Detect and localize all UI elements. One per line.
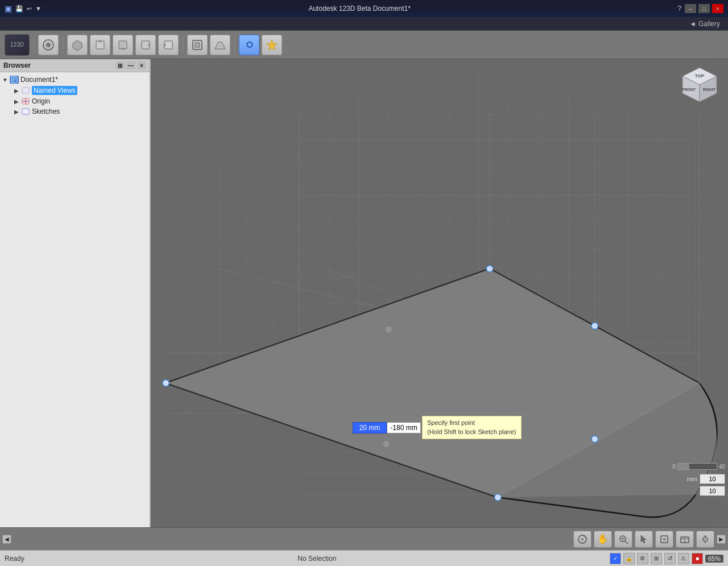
tree-named-views[interactable]: ▶ Named Views xyxy=(14,85,147,96)
tree-document-item[interactable]: ▼ Document1* xyxy=(2,75,147,85)
tree-origin[interactable]: ▶ Origin xyxy=(14,96,147,106)
origin-label: Origin xyxy=(32,97,50,105)
status-lock-btn[interactable]: 🔒 xyxy=(623,553,635,564)
svg-point-83 xyxy=(592,436,598,442)
unit-label: mm xyxy=(687,476,697,482)
scroll-left-btn[interactable]: ◄ xyxy=(2,535,11,544)
svg-line-100 xyxy=(625,541,628,544)
help-icon[interactable]: ? xyxy=(677,5,681,13)
named-views-arrow: ▶ xyxy=(14,88,19,93)
status-stop-btn[interactable]: ■ xyxy=(692,553,703,564)
left-view-btn[interactable] xyxy=(158,35,179,55)
snap-btn[interactable] xyxy=(655,531,673,548)
status-settings-btn[interactable]: ⚙ xyxy=(637,553,648,564)
front-view-btn[interactable] xyxy=(113,35,133,55)
doc-arrow: ▼ xyxy=(2,77,8,82)
svg-point-3 xyxy=(48,47,49,48)
ruler-label-0: 0 xyxy=(672,464,676,470)
tree-children: ▶ Named Views ▶ Origin xyxy=(14,85,147,117)
status-text: Ready xyxy=(5,555,24,563)
sketches-icon xyxy=(21,108,30,115)
scroll-right-btn[interactable]: ► xyxy=(717,535,726,544)
named-views-label: Named Views xyxy=(32,86,77,95)
close-btn[interactable]: × xyxy=(712,4,723,13)
perspective-btn[interactable] xyxy=(210,35,230,55)
zoom-btn[interactable] xyxy=(614,531,632,548)
selection-status: No Selection xyxy=(297,555,336,563)
doc-icon xyxy=(10,76,19,84)
bottom-toolbar: ◄ ✋ ► xyxy=(0,527,728,550)
view-options-btn[interactable] xyxy=(696,531,714,548)
2d-mode-btn[interactable]: ⬡ xyxy=(239,35,259,55)
browser-tree: ▼ Document1* ▶ Named Vie xyxy=(0,72,150,120)
pan-btn[interactable]: ✋ xyxy=(594,531,612,548)
svg-marker-18 xyxy=(267,40,277,50)
value2-row xyxy=(700,486,725,496)
select-btn[interactable] xyxy=(635,531,653,548)
svg-rect-13 xyxy=(164,41,172,49)
svg-text:⊕: ⊕ xyxy=(385,324,392,334)
svg-point-85 xyxy=(163,380,169,386)
browser-tile-icon[interactable]: ⊞ xyxy=(115,61,125,69)
undo-btn[interactable]: ↩ xyxy=(27,5,32,13)
orbit-btn[interactable] xyxy=(573,531,592,548)
title-bar-left: ▣ 💾 ↩ ▼ xyxy=(5,4,42,13)
browser-header-icons: ⊞ — × xyxy=(115,61,146,69)
window-controls[interactable]: – □ × xyxy=(685,4,723,13)
top-view-btn[interactable] xyxy=(90,35,110,55)
svg-rect-27 xyxy=(22,109,29,114)
svg-rect-23 xyxy=(22,88,29,93)
viewport[interactable]: ⊕ ⊕ Specify first point (Hold Shift to l… xyxy=(151,59,728,527)
status-undo-btn[interactable]: ↺ xyxy=(664,553,676,564)
toolbar-separator-2 xyxy=(63,36,63,53)
svg-rect-7 xyxy=(96,41,104,49)
origin-icon xyxy=(21,97,30,105)
solid-view-btn[interactable] xyxy=(67,35,88,55)
statusbar-controls: ✓ 🔒 ⚙ ⊞ ↺ ⚠ ■ 65% xyxy=(610,553,723,564)
svg-text:TOP: TOP xyxy=(695,73,705,79)
home-button[interactable] xyxy=(38,35,59,55)
tree-root-document: ▼ Document1* ▶ Named Vie xyxy=(2,75,147,117)
quick-access[interactable]: 💾 xyxy=(15,5,23,13)
zoom-percentage: 65% xyxy=(705,555,723,563)
gallery-arrow[interactable]: ◄ xyxy=(689,20,696,28)
window-btn[interactable] xyxy=(676,531,694,548)
status-warn-btn[interactable]: ⚠ xyxy=(678,553,689,564)
svg-point-2 xyxy=(48,41,49,43)
app-logo: 123D xyxy=(5,34,30,56)
x-coordinate-input[interactable] xyxy=(353,422,387,433)
render-btn[interactable] xyxy=(262,35,282,55)
statusbar: Ready No Selection ✓ 🔒 ⚙ ⊞ ↺ ⚠ ■ 65% xyxy=(0,550,728,566)
gallery-label[interactable]: Gallery xyxy=(698,20,720,28)
app-icon: ▣ xyxy=(5,4,12,13)
redo-btn[interactable]: ▼ xyxy=(35,5,42,12)
right-view-btn[interactable] xyxy=(135,35,156,55)
svg-point-98 xyxy=(581,538,584,540)
browser-close-icon[interactable]: × xyxy=(137,61,146,69)
minimize-btn[interactable]: – xyxy=(685,4,696,13)
svg-point-84 xyxy=(495,494,501,501)
svg-point-5 xyxy=(51,44,52,46)
app-title: Autodesk 123D Beta Document1* xyxy=(42,5,677,13)
svg-marker-6 xyxy=(73,40,82,51)
svg-rect-9 xyxy=(119,41,127,49)
viewcube[interactable]: TOP FRONT RIGHT xyxy=(677,65,722,116)
sketch-input-area: Specify first point (Hold Shift to lock … xyxy=(353,416,522,439)
content-area: Browser ⊞ — × ▼ Document1* xyxy=(0,59,728,527)
browser-panel: Browser ⊞ — × ▼ Document1* xyxy=(0,59,151,527)
doc-label: Document1* xyxy=(20,76,58,84)
maximize-btn[interactable]: □ xyxy=(698,4,710,13)
toolbar-separator-1 xyxy=(34,36,34,53)
ortho-btn[interactable] xyxy=(187,35,208,55)
status-check-btn[interactable]: ✓ xyxy=(610,553,621,564)
status-grid-btn[interactable]: ⊞ xyxy=(651,553,662,564)
named-views-icon xyxy=(21,86,30,94)
svg-point-4 xyxy=(45,44,47,46)
browser-min-icon[interactable]: — xyxy=(126,61,135,69)
y-coordinate-input[interactable] xyxy=(387,422,421,433)
main-toolbar: 123D ⬡ xyxy=(0,31,728,59)
tree-sketches[interactable]: ▶ Sketches xyxy=(14,106,147,117)
scale-input-1[interactable] xyxy=(700,474,725,484)
scale-input-2[interactable] xyxy=(700,486,725,496)
origin-arrow: ▶ xyxy=(14,98,19,104)
